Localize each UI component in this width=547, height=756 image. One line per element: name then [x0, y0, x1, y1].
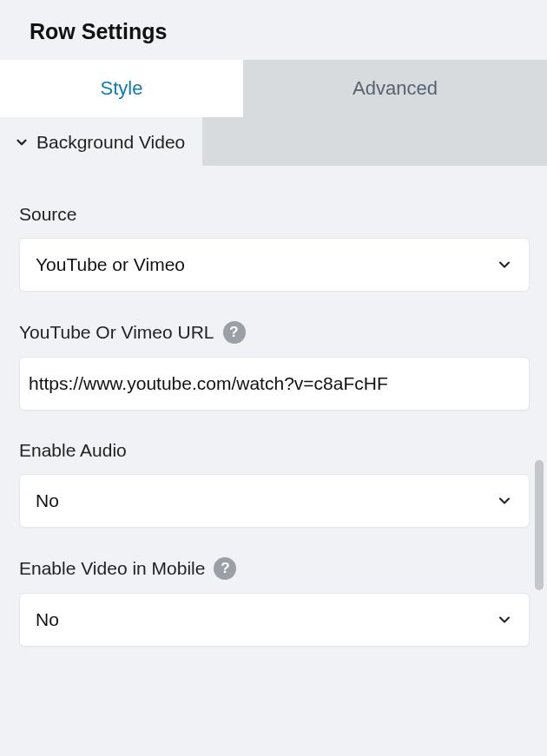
tab-advanced[interactable]: Advanced: [243, 60, 547, 117]
tabs: Style Advanced: [0, 60, 547, 117]
page-header: Row Settings: [0, 0, 547, 60]
field-enable-video-mobile-label: Enable Video in Mobile: [19, 558, 205, 579]
section-tabs: Background Video: [0, 117, 547, 166]
field-url-label: YouTube Or Vimeo URL: [19, 322, 214, 343]
tab-style[interactable]: Style: [0, 60, 243, 117]
source-select[interactable]: YouTube or Vimeo: [19, 238, 530, 292]
help-icon[interactable]: ?: [223, 321, 246, 344]
section-background-video-label: Background Video: [36, 132, 185, 153]
field-source: Source YouTube or Vimeo: [19, 204, 530, 292]
chevron-down-icon: [14, 135, 30, 150]
scrollbar[interactable]: [535, 460, 544, 590]
field-enable-audio-label: Enable Audio: [19, 440, 127, 461]
chevron-down-icon: [496, 611, 513, 628]
help-icon[interactable]: ?: [214, 557, 236, 580]
panel-background-video: Source YouTube or Vimeo YouTube Or Vimeo…: [0, 166, 547, 647]
field-source-label: Source: [19, 204, 77, 225]
url-input[interactable]: [19, 357, 530, 411]
field-enable-audio: Enable Audio No: [19, 440, 530, 528]
field-url: YouTube Or Vimeo URL ?: [19, 321, 530, 411]
chevron-down-icon: [496, 256, 513, 273]
enable-audio-select[interactable]: No: [19, 474, 530, 528]
enable-audio-select-value: No: [36, 490, 59, 511]
section-background-video[interactable]: Background Video: [0, 117, 202, 166]
enable-video-mobile-select[interactable]: No: [19, 593, 530, 647]
field-enable-video-mobile: Enable Video in Mobile ? No: [19, 557, 530, 647]
page-title: Row Settings: [30, 19, 547, 44]
section-tab-filler: [202, 117, 547, 166]
chevron-down-icon: [496, 492, 513, 509]
enable-video-mobile-select-value: No: [36, 609, 59, 630]
source-select-value: YouTube or Vimeo: [36, 254, 185, 275]
